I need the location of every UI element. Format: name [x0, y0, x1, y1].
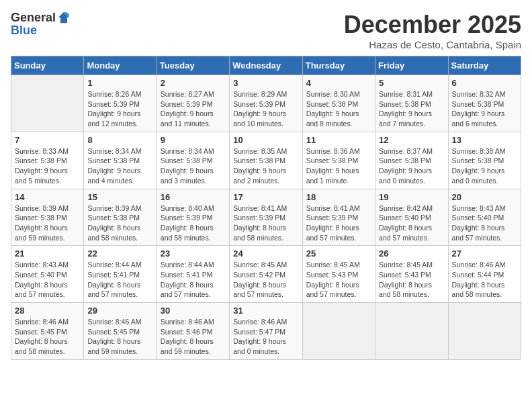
day-info: Sunrise: 8:42 AMSunset: 5:40 PMDaylight:… [379, 203, 444, 243]
location-title: Hazas de Cesto, Cantabria, Spain [344, 39, 521, 50]
title-area: December 2025 Hazas de Cesto, Cantabria,… [344, 11, 521, 50]
day-info: Sunrise: 8:38 AMSunset: 5:38 PMDaylight:… [452, 146, 517, 186]
day-cell: 17Sunrise: 8:41 AMSunset: 5:39 PMDayligh… [230, 189, 302, 246]
day-info: Sunrise: 8:41 AMSunset: 5:39 PMDaylight:… [306, 203, 371, 243]
day-cell: 3Sunrise: 8:29 AMSunset: 5:39 PMDaylight… [230, 75, 302, 132]
day-number: 5 [379, 78, 444, 88]
day-info: Sunrise: 8:45 AMSunset: 5:42 PMDaylight:… [233, 260, 298, 300]
day-info: Sunrise: 8:43 AMSunset: 5:40 PMDaylight:… [15, 260, 80, 300]
header: General Blue December 2025 Hazas de Cest… [11, 11, 521, 50]
day-cell: 11Sunrise: 8:36 AMSunset: 5:38 PMDayligh… [302, 132, 375, 189]
logo-text: General Blue [11, 11, 71, 37]
day-info: Sunrise: 8:46 AMSunset: 5:45 PMDaylight:… [87, 317, 152, 357]
week-row-4: 21Sunrise: 8:43 AMSunset: 5:40 PMDayligh… [11, 246, 521, 303]
day-cell [448, 303, 521, 360]
day-number: 28 [15, 306, 80, 316]
week-row-5: 28Sunrise: 8:46 AMSunset: 5:45 PMDayligh… [11, 303, 521, 360]
day-number: 25 [306, 248, 371, 259]
day-info: Sunrise: 8:26 AMSunset: 5:39 PMDaylight:… [87, 89, 152, 129]
day-info: Sunrise: 8:31 AMSunset: 5:38 PMDaylight:… [379, 89, 444, 129]
header-day-saturday: Saturday [448, 56, 521, 75]
header-row: SundayMondayTuesdayWednesdayThursdayFrid… [11, 56, 521, 75]
day-number: 24 [233, 248, 298, 259]
day-cell: 28Sunrise: 8:46 AMSunset: 5:45 PMDayligh… [11, 303, 84, 360]
day-number: 4 [306, 78, 371, 88]
day-number: 21 [15, 248, 80, 259]
day-info: Sunrise: 8:34 AMSunset: 5:38 PMDaylight:… [161, 146, 226, 186]
day-cell: 1Sunrise: 8:26 AMSunset: 5:39 PMDaylight… [84, 75, 157, 132]
day-info: Sunrise: 8:43 AMSunset: 5:40 PMDaylight:… [452, 203, 517, 243]
day-cell [302, 303, 375, 360]
day-number: 12 [379, 135, 444, 145]
day-cell: 23Sunrise: 8:44 AMSunset: 5:41 PMDayligh… [157, 246, 229, 303]
day-info: Sunrise: 8:39 AMSunset: 5:38 PMDaylight:… [15, 203, 80, 243]
day-cell: 27Sunrise: 8:46 AMSunset: 5:44 PMDayligh… [448, 246, 521, 303]
day-number: 18 [306, 192, 371, 202]
header-day-friday: Friday [375, 56, 448, 75]
day-cell: 4Sunrise: 8:30 AMSunset: 5:38 PMDaylight… [302, 75, 375, 132]
week-row-1: 1Sunrise: 8:26 AMSunset: 5:39 PMDaylight… [11, 75, 521, 132]
day-info: Sunrise: 8:32 AMSunset: 5:38 PMDaylight:… [452, 89, 517, 129]
header-day-monday: Monday [84, 56, 157, 75]
week-row-2: 7Sunrise: 8:33 AMSunset: 5:38 PMDaylight… [11, 132, 521, 189]
day-cell: 16Sunrise: 8:40 AMSunset: 5:39 PMDayligh… [157, 189, 229, 246]
day-info: Sunrise: 8:29 AMSunset: 5:39 PMDaylight:… [233, 89, 298, 129]
day-info: Sunrise: 8:44 AMSunset: 5:41 PMDaylight:… [161, 260, 226, 300]
day-cell: 30Sunrise: 8:46 AMSunset: 5:46 PMDayligh… [157, 303, 229, 360]
day-info: Sunrise: 8:40 AMSunset: 5:39 PMDaylight:… [161, 203, 226, 243]
day-cell: 7Sunrise: 8:33 AMSunset: 5:38 PMDaylight… [11, 132, 84, 189]
day-info: Sunrise: 8:41 AMSunset: 5:39 PMDaylight:… [233, 203, 298, 243]
day-info: Sunrise: 8:27 AMSunset: 5:39 PMDaylight:… [161, 89, 226, 129]
day-number: 30 [161, 306, 226, 316]
day-cell: 13Sunrise: 8:38 AMSunset: 5:38 PMDayligh… [448, 132, 521, 189]
day-cell: 18Sunrise: 8:41 AMSunset: 5:39 PMDayligh… [302, 189, 375, 246]
day-info: Sunrise: 8:45 AMSunset: 5:43 PMDaylight:… [306, 260, 371, 300]
calendar-table: SundayMondayTuesdayWednesdayThursdayFrid… [11, 56, 521, 360]
day-number: 23 [161, 248, 226, 259]
header-day-thursday: Thursday [302, 56, 375, 75]
day-number: 27 [452, 248, 517, 259]
day-number: 29 [87, 306, 152, 316]
day-cell [11, 75, 84, 132]
logo-general: General [11, 11, 56, 24]
day-cell: 5Sunrise: 8:31 AMSunset: 5:38 PMDaylight… [375, 75, 448, 132]
header-day-tuesday: Tuesday [157, 56, 229, 75]
day-number: 13 [452, 135, 517, 145]
day-cell: 10Sunrise: 8:35 AMSunset: 5:38 PMDayligh… [230, 132, 302, 189]
day-number: 7 [15, 135, 80, 145]
day-number: 10 [233, 135, 298, 145]
day-info: Sunrise: 8:34 AMSunset: 5:38 PMDaylight:… [87, 146, 152, 186]
day-number: 9 [161, 135, 226, 145]
day-cell: 24Sunrise: 8:45 AMSunset: 5:42 PMDayligh… [230, 246, 302, 303]
day-cell: 2Sunrise: 8:27 AMSunset: 5:39 PMDaylight… [157, 75, 229, 132]
day-info: Sunrise: 8:37 AMSunset: 5:38 PMDaylight:… [379, 146, 444, 186]
day-cell: 19Sunrise: 8:42 AMSunset: 5:40 PMDayligh… [375, 189, 448, 246]
day-cell: 21Sunrise: 8:43 AMSunset: 5:40 PMDayligh… [11, 246, 84, 303]
day-number: 17 [233, 192, 298, 202]
day-cell: 26Sunrise: 8:45 AMSunset: 5:43 PMDayligh… [375, 246, 448, 303]
day-info: Sunrise: 8:44 AMSunset: 5:41 PMDaylight:… [87, 260, 152, 300]
day-info: Sunrise: 8:30 AMSunset: 5:38 PMDaylight:… [306, 89, 371, 129]
day-info: Sunrise: 8:46 AMSunset: 5:47 PMDaylight:… [233, 317, 298, 357]
day-info: Sunrise: 8:46 AMSunset: 5:44 PMDaylight:… [452, 260, 517, 300]
day-cell: 15Sunrise: 8:39 AMSunset: 5:38 PMDayligh… [84, 189, 157, 246]
day-cell: 31Sunrise: 8:46 AMSunset: 5:47 PMDayligh… [230, 303, 302, 360]
day-number: 11 [306, 135, 371, 145]
day-number: 6 [452, 78, 517, 88]
day-number: 2 [161, 78, 226, 88]
week-row-3: 14Sunrise: 8:39 AMSunset: 5:38 PMDayligh… [11, 189, 521, 246]
day-number: 3 [233, 78, 298, 88]
day-cell: 9Sunrise: 8:34 AMSunset: 5:38 PMDaylight… [157, 132, 229, 189]
day-cell: 14Sunrise: 8:39 AMSunset: 5:38 PMDayligh… [11, 189, 84, 246]
day-cell: 8Sunrise: 8:34 AMSunset: 5:38 PMDaylight… [84, 132, 157, 189]
day-number: 31 [233, 306, 298, 316]
day-number: 22 [87, 248, 152, 259]
day-cell: 22Sunrise: 8:44 AMSunset: 5:41 PMDayligh… [84, 246, 157, 303]
day-info: Sunrise: 8:39 AMSunset: 5:38 PMDaylight:… [87, 203, 152, 243]
day-info: Sunrise: 8:36 AMSunset: 5:38 PMDaylight:… [306, 146, 371, 186]
day-cell [375, 303, 448, 360]
day-info: Sunrise: 8:45 AMSunset: 5:43 PMDaylight:… [379, 260, 444, 300]
day-number: 26 [379, 248, 444, 259]
day-number: 20 [452, 192, 517, 202]
day-cell: 12Sunrise: 8:37 AMSunset: 5:38 PMDayligh… [375, 132, 448, 189]
